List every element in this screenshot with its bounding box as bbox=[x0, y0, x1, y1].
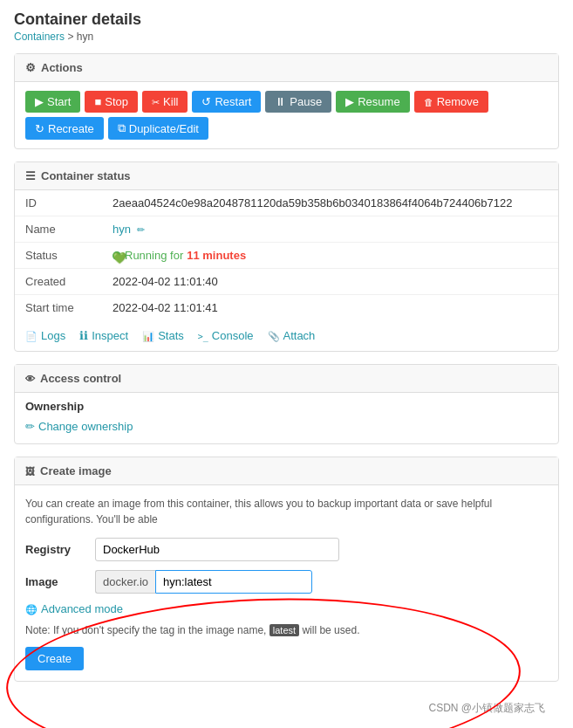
inspect-link[interactable]: ℹ Inspect bbox=[79, 329, 128, 342]
image-icon bbox=[25, 464, 35, 477]
play-icon bbox=[35, 95, 44, 108]
running-minutes: 11 minutes bbox=[187, 249, 246, 262]
table-row: Start time 2022-04-02 11:01:41 bbox=[15, 295, 558, 321]
edit-ownership-icon: ✏ bbox=[25, 420, 35, 433]
access-control-section: Access control Ownership ✏ Change owners… bbox=[14, 364, 559, 444]
advanced-mode-link[interactable]: Advanced mode bbox=[25, 602, 123, 615]
image-input[interactable] bbox=[155, 570, 312, 594]
container-name-link[interactable]: hyn bbox=[113, 223, 131, 236]
table-row: Status 💚 Running for 11 minutes bbox=[15, 243, 558, 269]
create-button[interactable]: Create bbox=[25, 647, 84, 670]
duplicate-button[interactable]: Duplicate/Edit bbox=[108, 117, 208, 140]
recreate-button[interactable]: Recreate bbox=[25, 117, 104, 140]
breadcrumb-parent-link[interactable]: Containers bbox=[14, 31, 65, 43]
actions-section: Actions Start Stop Kill Restart Pause bbox=[14, 53, 559, 149]
restart-icon bbox=[201, 95, 211, 108]
restart-button[interactable]: Restart bbox=[192, 91, 261, 113]
status-indicator: 💚 bbox=[113, 251, 121, 260]
recreate-icon bbox=[35, 122, 44, 135]
container-status-title: Container status bbox=[41, 169, 131, 182]
table-row: ID 2aeaa04524c0e98a2048781120da59b358b6b… bbox=[15, 190, 558, 216]
logs-icon bbox=[25, 329, 38, 342]
id-label: ID bbox=[15, 190, 102, 216]
latest-badge: latest bbox=[269, 624, 299, 636]
list-icon bbox=[25, 169, 36, 182]
breadcrumb: Containers > hyn bbox=[14, 31, 559, 43]
stats-icon bbox=[142, 329, 154, 342]
footer-watermark: CSDN @小镇做题家志飞 bbox=[14, 694, 559, 723]
name-label: Name bbox=[15, 216, 102, 243]
image-row: Image docker.io bbox=[25, 570, 548, 594]
start-time-label: Start time bbox=[15, 295, 102, 321]
resume-icon bbox=[345, 95, 354, 108]
name-value: hyn ✏ bbox=[102, 216, 558, 243]
change-ownership-link[interactable]: ✏ Change ownership bbox=[25, 420, 133, 433]
created-label: Created bbox=[15, 269, 102, 295]
gear-icon bbox=[25, 61, 36, 74]
stop-icon bbox=[94, 95, 101, 108]
table-row: Created 2022-04-02 11:01:40 bbox=[15, 269, 558, 295]
image-label: Image bbox=[25, 575, 86, 588]
actions-header: Actions bbox=[15, 54, 558, 82]
remove-button[interactable]: Remove bbox=[414, 91, 488, 113]
status-table: ID 2aeaa04524c0e98a2048781120da59b358b6b… bbox=[15, 190, 558, 320]
create-image-title: Create image bbox=[40, 464, 112, 477]
image-input-group: docker.io bbox=[95, 570, 312, 594]
breadcrumb-current: hyn bbox=[77, 31, 93, 43]
registry-input[interactable] bbox=[95, 538, 339, 561]
trash-icon bbox=[424, 95, 433, 108]
image-prefix: docker.io bbox=[95, 570, 155, 594]
access-control-title: Access control bbox=[40, 372, 121, 385]
actions-row: Start Stop Kill Restart Pause Resume bbox=[15, 82, 558, 148]
globe-icon bbox=[25, 602, 38, 615]
create-image-info: You can create an image from this contai… bbox=[25, 496, 548, 527]
stop-button[interactable]: Stop bbox=[85, 91, 138, 113]
table-row: Name hyn ✏ bbox=[15, 216, 558, 243]
note-text: Note: If you don't specify the tag in th… bbox=[25, 624, 548, 636]
actions-title: Actions bbox=[41, 61, 83, 74]
create-image-body: You can create an image from this contai… bbox=[15, 485, 558, 681]
create-image-section: Create image You can create an image fro… bbox=[14, 457, 559, 682]
logs-link[interactable]: Logs bbox=[25, 329, 65, 342]
attach-link[interactable]: Attach bbox=[268, 329, 316, 342]
start-time-value: 2022-04-02 11:01:41 bbox=[102, 295, 558, 321]
stats-link[interactable]: Stats bbox=[142, 329, 184, 342]
access-control-header: Access control bbox=[15, 365, 558, 393]
attach-icon bbox=[268, 329, 280, 342]
ownership-label: Ownership bbox=[15, 393, 558, 416]
edit-icon[interactable]: ✏ bbox=[137, 224, 145, 235]
id-value: 2aeaa04524c0e98a2048781120da59b358b6b034… bbox=[102, 190, 558, 216]
copy-icon bbox=[118, 121, 126, 135]
pause-button[interactable]: Pause bbox=[265, 91, 331, 113]
start-button[interactable]: Start bbox=[25, 91, 80, 113]
registry-row: Registry bbox=[25, 538, 548, 561]
eye-icon bbox=[25, 372, 35, 385]
console-link[interactable]: Console bbox=[198, 329, 254, 342]
created-value: 2022-04-02 11:01:40 bbox=[102, 269, 558, 295]
registry-label: Registry bbox=[25, 543, 86, 556]
container-status-section: Container status ID 2aeaa04524c0e98a2048… bbox=[14, 161, 559, 352]
scissors-icon bbox=[152, 95, 160, 108]
resume-button[interactable]: Resume bbox=[336, 91, 409, 113]
container-status-header: Container status bbox=[15, 162, 558, 190]
inspect-icon: ℹ bbox=[79, 329, 88, 342]
pause-icon bbox=[275, 95, 286, 108]
console-icon bbox=[198, 329, 208, 342]
quick-links: Logs ℹ Inspect Stats Console Attach bbox=[15, 320, 558, 351]
change-ownership-container: ✏ Change ownership bbox=[15, 416, 558, 443]
kill-button[interactable]: Kill bbox=[142, 91, 188, 113]
status-value: 💚 Running for 11 minutes bbox=[102, 243, 558, 269]
status-label: Status bbox=[15, 243, 102, 269]
page-title: Container details bbox=[14, 10, 559, 29]
create-image-header: Create image bbox=[15, 457, 558, 485]
